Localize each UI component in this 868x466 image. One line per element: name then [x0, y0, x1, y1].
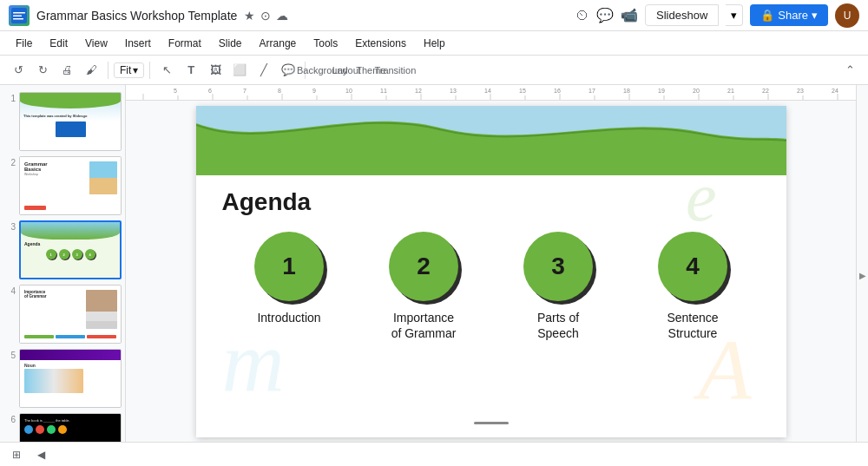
slide-number-5: 5	[3, 351, 16, 360]
agenda-number-2: 2	[417, 253, 431, 280]
slide-thumbnail-2[interactable]: 2 GrammarBasics Workshop	[3, 156, 122, 215]
transition-button[interactable]: Transition	[384, 59, 406, 82]
print-button[interactable]: 🖨	[56, 59, 78, 82]
grid-view-button[interactable]: ⊞	[7, 445, 26, 464]
toolbar: ↺ ↻ 🖨 🖌 Fit ▾ ↖ T 🖼 ⬜ ╱ 💬 Background Lay…	[0, 56, 868, 85]
shapes-button[interactable]: ⬜	[228, 59, 251, 82]
side-panel-toggle[interactable]: ▶	[856, 85, 868, 466]
slide-number-4: 4	[3, 286, 16, 296]
svg-text:24: 24	[832, 88, 838, 94]
user-avatar[interactable]: U	[835, 3, 859, 28]
svg-text:20: 20	[693, 88, 700, 94]
svg-text:14: 14	[484, 88, 491, 94]
toolbar-divider-2	[149, 62, 150, 79]
slide-number-1: 1	[3, 94, 16, 103]
agenda-number-1: 1	[282, 253, 296, 280]
menu-format[interactable]: Format	[161, 36, 208, 51]
slide-preview-5[interactable]: Noun	[19, 349, 122, 408]
slide-thumbnail-3[interactable]: 3 Agenda 1 2 3 4	[3, 220, 122, 279]
document-title: Grammar Basics Workshop Template	[36, 9, 237, 23]
svg-text:5: 5	[174, 88, 177, 94]
slide-canvas-wrapper: e Agenda 1 Introduction 2	[126, 101, 856, 442]
cursor-button[interactable]: ↖	[155, 59, 178, 82]
collapse-toolbar-button[interactable]: ⌃	[838, 59, 861, 82]
ruler-marks: 5 6 7 8 9 10 11 12 13 14 15 16 17 18 19 …	[126, 85, 856, 100]
wave-decoration	[196, 106, 786, 175]
agenda-label-1: Introduction	[257, 310, 320, 325]
redo-button[interactable]: ↻	[31, 59, 54, 82]
menu-slide[interactable]: Slide	[212, 36, 249, 51]
svg-text:16: 16	[554, 88, 561, 94]
cloud-icon[interactable]: ☁	[276, 9, 288, 23]
title-bar-icons: ★ ⊙ ☁	[244, 9, 288, 23]
slide-title: Agenda	[222, 188, 312, 216]
svg-text:23: 23	[797, 88, 804, 94]
slide-thumbnail-1[interactable]: 1 This template was created by Slidesgo	[3, 92, 122, 151]
svg-text:15: 15	[519, 88, 526, 94]
agenda-item-2: 2 Importanceof Grammar	[363, 232, 484, 341]
folder-icon[interactable]: ⊙	[260, 9, 271, 23]
svg-text:7: 7	[243, 88, 247, 94]
video-call-icon[interactable]: 📹	[621, 7, 638, 23]
menu-help[interactable]: Help	[417, 36, 452, 51]
lock-icon: 🔒	[760, 9, 774, 22]
comments-icon[interactable]: 💬	[596, 7, 614, 23]
image-button[interactable]: 🖼	[204, 59, 227, 82]
svg-text:10: 10	[345, 88, 352, 94]
history-icon[interactable]: ⏲	[575, 8, 589, 23]
slide-preview-2[interactable]: GrammarBasics Workshop	[19, 156, 122, 215]
top-bar-right: ⏲ 💬 📹 Slideshow ▾ 🔒 Share ▾ U	[575, 3, 859, 28]
menu-tools[interactable]: Tools	[306, 36, 345, 51]
share-button[interactable]: 🔒 Share ▾	[750, 4, 828, 26]
svg-text:18: 18	[623, 88, 630, 94]
agenda-items-container: 1 Introduction 2 Importanceof Grammar 3	[196, 232, 786, 341]
toolbar-divider-1	[108, 62, 108, 79]
slides-panel: 1 This template was created by Slidesgo …	[0, 85, 126, 466]
slide-thumbnail-4[interactable]: 4 Importanceof Grammar	[3, 285, 122, 344]
svg-rect-1	[13, 12, 25, 14]
svg-text:9: 9	[312, 88, 316, 94]
svg-text:21: 21	[727, 88, 734, 94]
svg-text:11: 11	[380, 88, 387, 94]
panel-toggle-button[interactable]: ◀	[31, 445, 50, 464]
slide-number-2: 2	[3, 158, 16, 167]
menu-file[interactable]: File	[9, 36, 39, 51]
svg-text:22: 22	[762, 88, 769, 94]
agenda-number-3: 3	[551, 253, 565, 280]
slideshow-button[interactable]: Slideshow	[645, 4, 719, 26]
undo-button[interactable]: ↺	[7, 59, 30, 82]
slide-preview-1[interactable]: This template was created by Slidesgo	[19, 92, 122, 151]
menu-edit[interactable]: Edit	[43, 36, 75, 51]
svg-text:13: 13	[450, 88, 457, 94]
slide-number-6: 6	[3, 415, 16, 424]
slide-canvas: e Agenda 1 Introduction 2	[196, 106, 786, 437]
paint-format-button[interactable]: 🖌	[80, 59, 102, 82]
bottom-bar: ⊞ ◀	[0, 442, 868, 466]
agenda-circle-3: 3	[523, 232, 593, 301]
menu-insert[interactable]: Insert	[118, 36, 158, 51]
progress-indicator	[474, 422, 509, 424]
agenda-circle-2: 2	[389, 232, 458, 301]
agenda-label-4: SentenceStructure	[667, 310, 718, 341]
line-button[interactable]: ╱	[253, 59, 275, 82]
menu-extensions[interactable]: Extensions	[348, 36, 413, 51]
menu-view[interactable]: View	[78, 36, 115, 51]
canvas-area: 5 6 7 8 9 10 11 12 13 14 15 16 17 18 19 …	[126, 85, 856, 466]
menu-arrange[interactable]: Arrange	[253, 36, 304, 51]
slideshow-dropdown-button[interactable]: ▾	[726, 4, 743, 26]
agenda-circle-1: 1	[254, 232, 324, 301]
background-button[interactable]: Background	[311, 59, 333, 82]
text-button[interactable]: T	[180, 59, 202, 82]
agenda-label-2: Importanceof Grammar	[391, 310, 457, 341]
slide-preview-3[interactable]: Agenda 1 2 3 4	[19, 220, 122, 279]
star-icon[interactable]: ★	[244, 9, 255, 23]
layout-button[interactable]: Layout	[335, 59, 358, 82]
slide-thumbnail-5[interactable]: 5 Noun	[3, 349, 122, 408]
slide-preview-4[interactable]: Importanceof Grammar	[19, 285, 122, 344]
agenda-item-1: 1 Introduction	[228, 232, 350, 325]
svg-text:19: 19	[658, 88, 665, 94]
zoom-control[interactable]: Fit ▾	[114, 62, 144, 78]
svg-text:17: 17	[589, 88, 595, 94]
agenda-circle-4: 4	[658, 232, 727, 301]
agenda-item-4: 4 SentenceStructure	[632, 232, 753, 341]
